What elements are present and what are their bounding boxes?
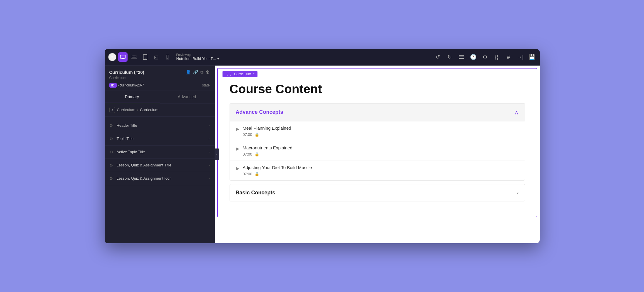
breadcrumb-back-button[interactable]: < xyxy=(109,107,115,113)
toolbar-right: ↺ ↻ 🕐 ⚙ {} # →| 💾 xyxy=(434,53,536,61)
add-button[interactable]: + xyxy=(108,53,116,61)
chevron-right-icon-3: › xyxy=(209,150,210,154)
delete-icon[interactable]: 🗑 xyxy=(206,70,210,75)
breadcrumb-separator: / xyxy=(137,108,138,112)
lesson-quiz-title-label: Lesson, Quiz & Assignment Title xyxy=(117,163,205,167)
sidebar: Curriculum (#20) 👤 🔗 ⧉ 🗑 Curriculum ID -… xyxy=(105,66,215,243)
section-basic-chevron: › xyxy=(517,190,518,195)
tab-advanced[interactable]: Advanced xyxy=(160,91,215,103)
user-icon[interactable]: 👤 xyxy=(186,70,191,75)
svg-rect-8 xyxy=(459,55,464,56)
section-advance-header[interactable]: Advance Concepts ∧ xyxy=(230,104,525,121)
settings-button[interactable]: ⚙ xyxy=(481,53,489,61)
toolbar-left: + ◱ xyxy=(108,52,220,62)
section-advance-title: Advance Concepts xyxy=(236,109,283,115)
sidebar-item-topic-title[interactable]: ⚙ Topic Title › xyxy=(105,132,215,146)
sidebar-header: Curriculum (#20) 👤 🔗 ⧉ 🗑 Curriculum ID -… xyxy=(105,66,215,91)
svg-rect-10 xyxy=(459,58,464,59)
curriculum-tag[interactable]: ⋮⋮ Curriculum ^ xyxy=(223,71,258,77)
svg-rect-9 xyxy=(459,57,464,58)
gear-icon-header-title: ⚙ xyxy=(109,123,113,128)
chevron-right-icon-5: › xyxy=(209,176,210,181)
code-button[interactable]: {} xyxy=(493,53,501,61)
preview-content: Course Content Advance Concepts ∧ ▶ Meal… xyxy=(218,77,537,217)
sidebar-item-header-title[interactable]: ⚙ Header Title › xyxy=(105,119,215,132)
sidebar-item-lesson-quiz-title[interactable]: ⚙ Lesson, Quiz & Assignment Title › xyxy=(105,159,215,172)
link-icon[interactable]: 🔗 xyxy=(193,70,198,75)
sidebar-item-active-topic-title[interactable]: ⚙ Active Topic Title › xyxy=(105,146,215,159)
gear-icon-topic-title: ⚙ xyxy=(109,136,113,141)
preview-label-group: Previewing Nutrition: Build Your P... ▾ xyxy=(176,53,220,61)
sidebar-tabs: Primary Advanced xyxy=(105,91,215,104)
wide-view-button[interactable]: ◱ xyxy=(152,52,161,62)
mobile-view-button[interactable] xyxy=(163,52,172,62)
lesson-meta-0: 07:00 🔒 xyxy=(243,132,519,137)
svg-rect-3 xyxy=(132,55,136,58)
gear-icon-lesson-quiz-icon: ⚙ xyxy=(109,176,113,181)
breadcrumb-parent: Curriculum xyxy=(117,108,136,112)
id-value: -curriculum-20-7 xyxy=(118,83,144,87)
lesson-time-1: 07:00 xyxy=(243,152,252,156)
collapse-sidebar-button[interactable]: ‹ xyxy=(215,148,219,160)
preview-title-chevron: ▾ xyxy=(217,56,219,61)
section-advance-chevron: ∧ xyxy=(514,109,519,116)
svg-rect-0 xyxy=(120,55,125,59)
redo-button[interactable]: ↻ xyxy=(446,53,454,61)
chevron-right-icon: › xyxy=(209,124,210,128)
history-button[interactable]: 🕐 xyxy=(469,53,477,61)
lesson-title-2: Adjusting Your Diet To Build Muscle xyxy=(243,165,519,170)
sidebar-title: Curriculum (#20) xyxy=(109,70,144,75)
lesson-time-2: 07:00 xyxy=(243,172,252,176)
svg-point-7 xyxy=(167,59,168,59)
toolbar: + ◱ xyxy=(105,49,540,66)
lesson-time-0: 07:00 xyxy=(243,132,252,137)
lesson-item-1: ▶ Macronutrients Explained 07:00 🔒 xyxy=(230,141,525,161)
state-label: state xyxy=(202,83,210,87)
lesson-info-0: Meal Planning Explained 07:00 🔒 xyxy=(243,126,519,137)
section-advance-concepts: Advance Concepts ∧ ▶ Meal Planning Expla… xyxy=(230,103,525,181)
preview-title-dropdown[interactable]: Nutrition: Build Your P... ▾ xyxy=(176,56,220,61)
lesson-info-1: Macronutrients Explained 07:00 🔒 xyxy=(243,145,519,156)
id-badge: ID xyxy=(109,83,117,88)
chevron-right-icon-4: › xyxy=(209,163,210,167)
sidebar-id-row: ID -curriculum-20-7 state xyxy=(109,83,210,88)
preview-area: ‹ ⋮⋮ Curriculum ^ Course Content xyxy=(215,66,540,243)
svg-point-5 xyxy=(145,59,145,59)
lesson-title-0: Meal Planning Explained xyxy=(243,126,519,131)
lesson-quiz-icon-label: Lesson, Quiz & Assignment Icon xyxy=(117,176,205,181)
export-button[interactable]: →| xyxy=(516,53,524,61)
sidebar-items-list: ⚙ Header Title › ⚙ Topic Title › ⚙ Activ… xyxy=(105,117,215,243)
breadcrumb-current: Curriculum xyxy=(140,108,158,112)
sidebar-subtitle: Curriculum xyxy=(109,76,210,80)
desktop-view-button[interactable] xyxy=(118,52,128,62)
undo-button[interactable]: ↺ xyxy=(434,53,442,61)
gear-icon-active-topic-title: ⚙ xyxy=(109,150,113,154)
app-window: + ◱ xyxy=(105,49,540,243)
sidebar-title-icons: 👤 🔗 ⧉ 🗑 xyxy=(186,70,210,75)
tablet-view-button[interactable] xyxy=(140,52,150,62)
lesson-title-1: Macronutrients Explained xyxy=(243,145,519,150)
lesson-lock-2: 🔒 xyxy=(255,172,259,176)
copy-icon[interactable]: ⧉ xyxy=(200,70,203,75)
section-basic-header[interactable]: Basic Concepts › xyxy=(230,184,525,201)
curriculum-tag-chevron: ^ xyxy=(253,72,255,76)
tab-primary[interactable]: Primary xyxy=(105,91,160,103)
lesson-meta-2: 07:00 🔒 xyxy=(243,172,519,176)
previewing-label: Previewing xyxy=(176,53,220,56)
lesson-meta-1: 07:00 🔒 xyxy=(243,152,519,156)
save-button[interactable]: 💾 xyxy=(528,53,536,61)
layout-button[interactable] xyxy=(457,53,466,61)
laptop-view-button[interactable] xyxy=(129,52,139,62)
curriculum-tag-area: ⋮⋮ Curriculum ^ xyxy=(218,69,537,77)
sidebar-breadcrumb: < Curriculum / Curriculum xyxy=(105,104,215,117)
chevron-right-icon-2: › xyxy=(209,137,210,141)
curriculum-outline: ⋮⋮ Curriculum ^ Course Content Advance C… xyxy=(217,68,537,217)
lesson-item-2: ▶ Adjusting Your Diet To Build Muscle 07… xyxy=(230,161,525,180)
section-basic-title: Basic Concepts xyxy=(236,190,275,196)
topic-title-label: Topic Title xyxy=(117,136,205,141)
lesson-info-2: Adjusting Your Diet To Build Muscle 07:0… xyxy=(243,165,519,176)
curriculum-tag-dots: ⋮⋮ xyxy=(225,72,232,76)
sidebar-item-lesson-quiz-icon[interactable]: ⚙ Lesson, Quiz & Assignment Icon › xyxy=(105,172,215,185)
grid-button[interactable]: # xyxy=(504,53,513,61)
header-title-label: Header Title xyxy=(117,123,205,128)
